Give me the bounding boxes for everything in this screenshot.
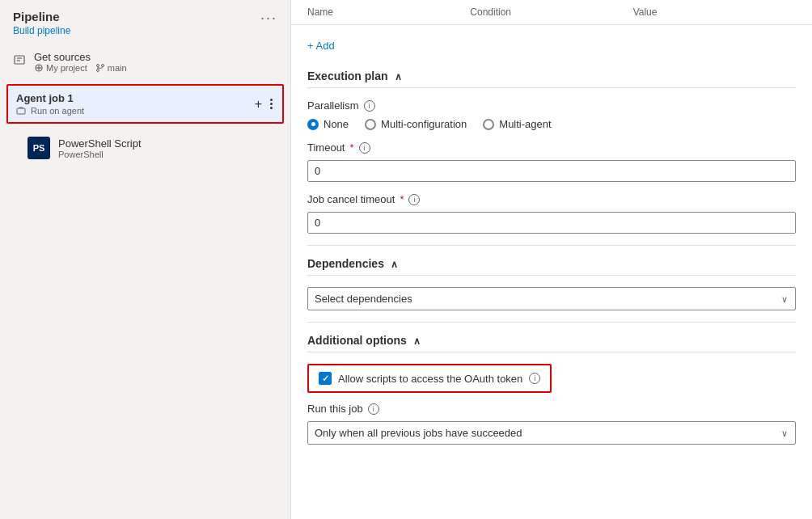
allow-scripts-checkbox[interactable]: ✓	[319, 372, 332, 385]
svg-point-6	[96, 65, 99, 67]
timeout-input[interactable]	[307, 160, 796, 182]
run-this-job-label: Run this job i	[307, 403, 796, 415]
run-this-job-select[interactable]: Only when all previous jobs have succeed…	[307, 421, 796, 445]
job-cancel-label: Job cancel timeout * i	[307, 193, 796, 205]
job-cancel-timeout-row: Job cancel timeout * i	[307, 193, 796, 234]
svg-rect-0	[15, 56, 24, 64]
dependencies-row: Select dependencies	[307, 287, 796, 310]
run-this-job-info-icon[interactable]: i	[368, 403, 379, 415]
project-ref: My project	[34, 63, 87, 73]
dependencies-select[interactable]: Select dependencies	[307, 287, 796, 310]
sidebar: Pipeline Build pipeline ··· Get sources …	[0, 0, 291, 519]
timeout-row: Timeout * i	[307, 141, 796, 182]
additional-options-chevron[interactable]	[413, 334, 421, 347]
pipeline-title: Pipeline	[13, 10, 70, 23]
radio-multi-agent-circle	[483, 119, 494, 130]
pipeline-info: Pipeline Build pipeline	[13, 10, 70, 36]
radio-multi-config[interactable]: Multi-configuration	[365, 118, 467, 130]
agent-job-dots-button[interactable]	[269, 97, 274, 111]
sidebar-header: Pipeline Build pipeline ···	[0, 0, 290, 43]
checkbox-checkmark: ✓	[322, 373, 329, 384]
col-condition: Condition	[470, 6, 632, 18]
add-button[interactable]: + Add	[307, 35, 335, 57]
divider-1	[307, 245, 796, 246]
get-sources-sub: My project main	[34, 63, 127, 73]
dependencies-label: Dependencies	[307, 257, 384, 270]
agent-job-left: Agent job 1 Run on agent	[16, 92, 84, 116]
timeout-info-icon[interactable]: i	[359, 142, 370, 154]
agent-job-add-button[interactable]: +	[255, 97, 262, 112]
pipeline-more-button[interactable]: ···	[260, 10, 277, 27]
parallelism-info-icon[interactable]: i	[364, 100, 375, 112]
dependencies-select-wrapper: Select dependencies	[307, 287, 796, 310]
agent-job-actions: +	[255, 97, 274, 112]
job-cancel-info-icon[interactable]: i	[408, 194, 420, 205]
run-this-job-select-wrapper: Only when all previous jobs have succeed…	[307, 421, 796, 445]
radio-none-label: None	[324, 118, 349, 130]
execution-plan-label: Execution plan	[307, 70, 388, 82]
parallelism-label: Parallelism i	[307, 99, 796, 112]
get-sources-item[interactable]: Get sources My project main	[0, 43, 290, 81]
radio-multi-config-label: Multi-configuration	[381, 118, 467, 130]
table-header: Name Condition Value	[291, 0, 812, 25]
branch-ref: main	[95, 63, 127, 73]
svg-point-7	[96, 70, 99, 72]
job-cancel-input[interactable]	[307, 212, 796, 234]
agent-job-item[interactable]: Agent job 1 Run on agent +	[6, 84, 284, 124]
dependencies-header: Dependencies	[307, 257, 796, 276]
execution-plan-header: Execution plan	[307, 70, 796, 88]
allow-scripts-checkbox-row[interactable]: ✓ Allow scripts to access the OAuth toke…	[307, 364, 552, 393]
radio-none[interactable]: None	[307, 118, 349, 130]
get-sources-text: Get sources My project main	[34, 51, 127, 73]
run-this-job-row: Run this job i Only when all previous jo…	[307, 403, 796, 445]
get-sources-icon	[13, 54, 26, 70]
col-name: Name	[307, 6, 470, 18]
dependencies-chevron[interactable]	[391, 257, 398, 270]
powershell-subtitle: PowerShell	[58, 150, 142, 159]
radio-multi-config-circle	[365, 119, 376, 130]
radio-none-circle	[307, 119, 319, 130]
radio-multi-agent[interactable]: Multi-agent	[483, 118, 551, 130]
divider-2	[307, 322, 796, 323]
agent-job-sub: Run on agent	[16, 106, 84, 116]
additional-options-label: Additional options	[307, 334, 407, 347]
col-value: Value	[633, 6, 796, 18]
powershell-item[interactable]: PS PowerShell Script PowerShell	[19, 130, 277, 166]
job-cancel-required: *	[400, 193, 404, 205]
powershell-text: PowerShell Script PowerShell	[58, 137, 142, 159]
panel-content: + Add Execution plan Parallelism i None …	[291, 25, 812, 466]
svg-rect-10	[17, 108, 25, 114]
additional-options-header: Additional options	[307, 334, 796, 352]
parallelism-row: Parallelism i None Multi-configuration M…	[307, 99, 796, 130]
timeout-required: *	[349, 141, 353, 154]
parallelism-radio-group: None Multi-configuration Multi-agent	[307, 118, 796, 130]
radio-multi-agent-label: Multi-agent	[499, 118, 551, 130]
execution-plan-chevron[interactable]	[395, 70, 402, 82]
powershell-icon: PS	[27, 137, 50, 159]
pipeline-subtitle[interactable]: Build pipeline	[13, 25, 70, 36]
get-sources-title: Get sources	[34, 51, 127, 63]
timeout-label: Timeout * i	[307, 141, 796, 154]
agent-job-title: Agent job 1	[16, 92, 84, 104]
allow-scripts-label: Allow scripts to access the OAuth token	[338, 373, 522, 385]
allow-scripts-info-icon[interactable]: i	[529, 373, 540, 384]
powershell-title: PowerShell Script	[58, 137, 142, 150]
main-panel: Name Condition Value + Add Execution pla…	[291, 0, 812, 519]
svg-point-8	[101, 65, 104, 67]
